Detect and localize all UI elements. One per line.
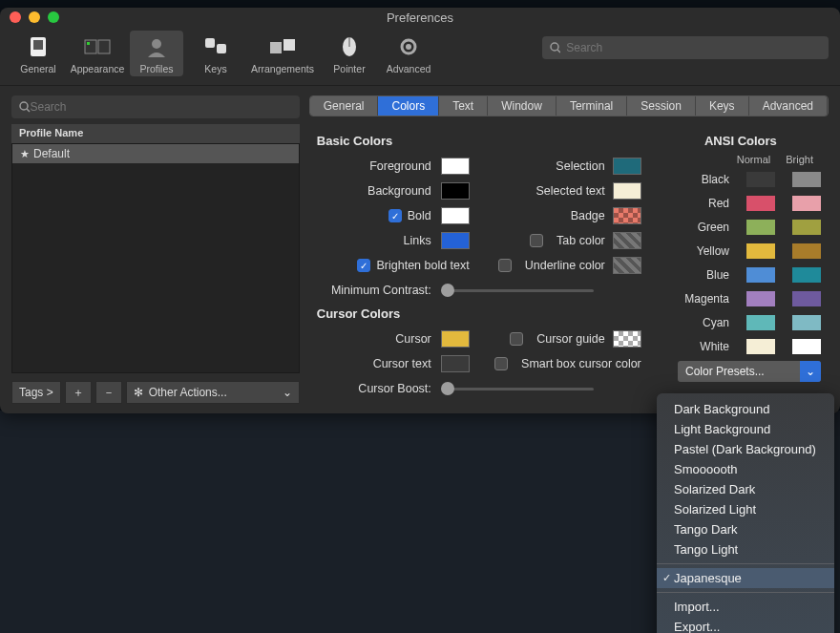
ansi-normal-swatch[interactable] bbox=[746, 243, 775, 259]
tab-terminal[interactable]: Terminal bbox=[556, 96, 627, 116]
svg-rect-2 bbox=[85, 40, 96, 53]
ansi-header: ANSI Colors bbox=[661, 134, 821, 148]
toolbar-profiles[interactable]: Profiles bbox=[130, 31, 183, 76]
badge-swatch[interactable] bbox=[613, 207, 641, 224]
ansi-label: Magenta bbox=[676, 292, 729, 306]
other-actions-button[interactable]: ✻ Other Actions... ⌄ bbox=[126, 381, 300, 404]
tab-colors[interactable]: Colors bbox=[378, 96, 439, 116]
ansi-normal-swatch[interactable] bbox=[746, 291, 775, 306]
ansi-label: Green bbox=[676, 221, 729, 234]
ansi-bright-swatch[interactable] bbox=[792, 291, 821, 306]
ansi-label: Cyan bbox=[676, 316, 729, 329]
window-title: Preferences bbox=[387, 11, 453, 25]
tags-button[interactable]: Tags > bbox=[11, 381, 61, 404]
preset-item[interactable]: Light Background bbox=[657, 419, 834, 439]
ansi-normal-swatch[interactable] bbox=[746, 172, 775, 187]
underline-checkbox[interactable] bbox=[498, 259, 512, 272]
toolbar-keys[interactable]: Keys bbox=[189, 31, 242, 76]
preset-item[interactable]: Tango Dark bbox=[657, 519, 834, 539]
toolbar-search-input[interactable] bbox=[566, 41, 821, 54]
titlebar: Preferences bbox=[0, 8, 840, 27]
toolbar-label: General bbox=[20, 63, 55, 74]
foreground-swatch[interactable] bbox=[441, 158, 470, 175]
main-panel: General Colors Text Window Terminal Sess… bbox=[309, 95, 829, 404]
toolbar-search[interactable] bbox=[542, 36, 829, 59]
close-icon[interactable] bbox=[10, 11, 21, 23]
ansi-bright-swatch[interactable] bbox=[792, 220, 821, 235]
bold-swatch[interactable] bbox=[441, 207, 470, 224]
ansi-normal-swatch[interactable] bbox=[746, 220, 775, 235]
tab-text[interactable]: Text bbox=[439, 96, 488, 116]
brighten-checkbox[interactable] bbox=[357, 259, 370, 272]
svg-point-16 bbox=[20, 102, 28, 110]
ansi-bright-swatch[interactable] bbox=[792, 267, 821, 283]
profile-list[interactable]: ★ Default bbox=[11, 143, 300, 373]
tab-color-swatch[interactable] bbox=[613, 232, 641, 249]
tab-advanced[interactable]: Advanced bbox=[749, 96, 828, 116]
preset-action[interactable]: Export... bbox=[657, 617, 834, 633]
zoom-icon[interactable] bbox=[48, 11, 59, 23]
background-swatch[interactable] bbox=[441, 182, 470, 200]
preset-item[interactable]: Solarized Light bbox=[657, 499, 834, 519]
toolbar-label: Profiles bbox=[139, 63, 173, 74]
remove-profile-button[interactable]: － bbox=[95, 381, 122, 404]
links-swatch[interactable] bbox=[441, 232, 470, 249]
ansi-normal-swatch[interactable] bbox=[746, 267, 775, 283]
preferences-window: Preferences General Appearance Profiles … bbox=[0, 8, 840, 413]
preset-item[interactable]: Dark Background bbox=[657, 399, 834, 419]
cursor-guide-checkbox[interactable] bbox=[510, 332, 523, 346]
preset-item-selected[interactable]: Japanesque bbox=[657, 568, 834, 588]
ansi-bright-swatch[interactable] bbox=[792, 315, 821, 330]
svg-rect-3 bbox=[98, 40, 110, 53]
bold-checkbox[interactable] bbox=[388, 209, 402, 222]
color-presets-button[interactable]: Color Presets... ⌄ bbox=[678, 361, 821, 382]
cursor-swatch[interactable] bbox=[441, 330, 470, 348]
toolbar-general[interactable]: General bbox=[11, 31, 65, 76]
ansi-normal-swatch[interactable] bbox=[746, 196, 775, 211]
tab-general[interactable]: General bbox=[310, 96, 379, 116]
ansi-bright-swatch[interactable] bbox=[792, 196, 821, 211]
ansi-normal-swatch[interactable] bbox=[746, 315, 775, 330]
cursor-text-swatch[interactable] bbox=[441, 355, 470, 372]
tab-window[interactable]: Window bbox=[488, 96, 556, 116]
selected-text-swatch[interactable] bbox=[613, 182, 641, 200]
ansi-bright-swatch[interactable] bbox=[792, 339, 821, 354]
profile-row[interactable]: ★ Default bbox=[12, 144, 299, 163]
cursor-colors-header: Cursor Colors bbox=[317, 306, 641, 321]
ansi-bright-swatch[interactable] bbox=[792, 172, 821, 187]
toolbar-label: Appearance bbox=[71, 63, 125, 74]
preset-item[interactable]: Smoooooth bbox=[657, 459, 834, 479]
toolbar-appearance[interactable]: Appearance bbox=[71, 31, 124, 76]
cursor-guide-swatch[interactable] bbox=[613, 330, 641, 348]
tab-keys[interactable]: Keys bbox=[696, 96, 749, 116]
minimize-icon[interactable] bbox=[29, 11, 40, 23]
min-contrast-slider[interactable] bbox=[441, 289, 594, 292]
underline-swatch[interactable] bbox=[613, 257, 641, 274]
preset-action[interactable]: Import... bbox=[657, 597, 834, 617]
selection-swatch[interactable] bbox=[613, 158, 641, 175]
toolbar-pointer[interactable]: Pointer bbox=[323, 31, 376, 76]
profile-search-input[interactable] bbox=[31, 100, 292, 114]
preset-item[interactable]: Solarized Dark bbox=[657, 479, 834, 499]
tab-color-checkbox[interactable] bbox=[530, 234, 543, 247]
ansi-bright-swatch[interactable] bbox=[792, 243, 821, 259]
chevron-down-icon: ⌄ bbox=[800, 361, 821, 382]
profiles-sidebar: Profile Name ★ Default Tags > ＋ － ✻ Othe… bbox=[11, 95, 300, 404]
preset-item[interactable]: Tango Light bbox=[657, 539, 834, 559]
add-profile-button[interactable]: ＋ bbox=[65, 381, 92, 404]
chevron-down-icon: ⌄ bbox=[283, 386, 292, 399]
preset-item[interactable]: Pastel (Dark Background) bbox=[657, 439, 834, 459]
cursor-boost-slider[interactable] bbox=[441, 388, 594, 390]
toolbar-advanced[interactable]: Advanced bbox=[382, 31, 435, 76]
profile-list-header: Profile Name bbox=[11, 124, 300, 143]
ansi-normal-swatch[interactable] bbox=[746, 339, 775, 354]
ansi-label: Red bbox=[676, 197, 729, 210]
toolbar-label: Advanced bbox=[387, 63, 431, 74]
profile-search[interactable] bbox=[11, 95, 300, 118]
toolbar-arrangements[interactable]: Arrangements bbox=[248, 31, 317, 76]
tab-session[interactable]: Session bbox=[627, 96, 696, 116]
toolbar-label: Pointer bbox=[333, 63, 365, 74]
smart-box-checkbox[interactable] bbox=[494, 357, 508, 370]
gear-icon bbox=[392, 32, 425, 61]
settings-tabs: General Colors Text Window Terminal Sess… bbox=[309, 95, 829, 116]
